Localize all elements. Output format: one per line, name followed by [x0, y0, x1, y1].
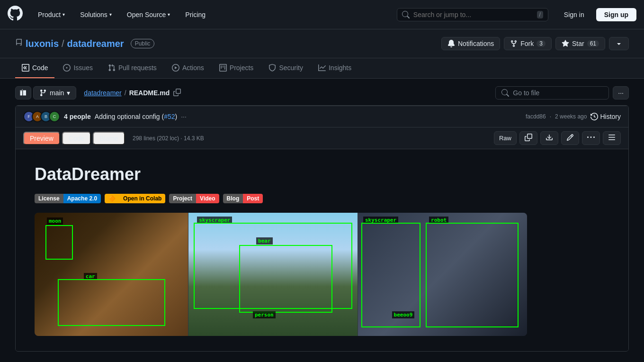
nav-product[interactable]: Product ▾	[34, 9, 69, 20]
nav-open-source[interactable]: Open Source ▾	[123, 9, 174, 20]
fork-icon	[510, 40, 518, 47]
moon-box	[45, 225, 73, 260]
readme-content: DataDreamer License Apache 2.0 🔶 Open in…	[16, 149, 628, 351]
repo-name-link[interactable]: datadreamer	[67, 38, 124, 49]
symbols-button[interactable]	[603, 131, 621, 145]
file-toolbar-right: Go to file ···	[495, 86, 629, 100]
commit-separator: ·	[550, 113, 551, 120]
moon-label: moon	[47, 217, 63, 225]
bear-box	[239, 245, 332, 313]
contributors-left: F A B C 4 people Adding optional config …	[23, 111, 187, 122]
visibility-badge: Public	[131, 39, 155, 48]
auth-buttons: Sign in Sign up	[556, 8, 636, 21]
issue-icon	[63, 64, 71, 72]
search-bar[interactable]: /	[397, 8, 548, 21]
contributors-bar: F A B C 4 people Adding optional config …	[16, 106, 628, 127]
star-icon	[562, 40, 569, 47]
pr-link[interactable]: #52	[164, 113, 175, 120]
history-button[interactable]: History	[590, 113, 621, 120]
file-breadcrumb: datadreamer / README.md	[84, 89, 170, 97]
file-actions: Raw	[494, 131, 621, 145]
tab-pull-requests[interactable]: Pull requests	[101, 58, 163, 78]
security-icon	[268, 64, 276, 72]
more-options-button[interactable]: ···	[613, 86, 629, 100]
raw-button[interactable]: Raw	[494, 131, 517, 145]
nav-solutions[interactable]: Solutions ▾	[76, 9, 116, 20]
breadcrumb-repo-link[interactable]: datadreamer	[84, 89, 121, 97]
det-panel-1: moon car	[35, 213, 188, 336]
file-view-tabs: Preview Code Blame	[23, 132, 125, 145]
chevron-down-icon: ▾	[168, 12, 170, 17]
project-badge[interactable]: Project Video	[169, 194, 219, 203]
more-file-options-button[interactable]	[582, 131, 600, 145]
actions-icon	[172, 64, 179, 72]
edit-button[interactable]	[561, 131, 579, 145]
file-view-header: Preview Code Blame 298 lines (202 loc) ·…	[16, 127, 628, 149]
preview-tab[interactable]: Preview	[23, 132, 60, 145]
tab-projects[interactable]: Projects	[213, 58, 260, 78]
download-icon	[546, 134, 553, 141]
tab-code[interactable]: Code	[15, 58, 54, 78]
file-toolbar: main ▾ datadreamer / README.md	[15, 86, 629, 100]
copy-raw-button[interactable]	[519, 131, 537, 145]
history-icon	[590, 113, 598, 120]
tab-insights[interactable]: Insights	[312, 58, 358, 78]
contributor-avatars: F A B C	[23, 111, 60, 122]
signup-button[interactable]: Sign up	[596, 8, 636, 21]
edit-icon	[566, 134, 574, 141]
code-icon	[22, 64, 29, 72]
commit-time: 2 weeks ago	[555, 113, 587, 120]
file-view: F A B C 4 people Adding optional config …	[15, 105, 629, 352]
license-badge[interactable]: License Apache 2.0	[35, 194, 101, 203]
readme-title: DataDreamer	[35, 164, 609, 184]
goto-file-button[interactable]: Go to file	[495, 86, 609, 100]
fork-button[interactable]: Fork 3	[504, 37, 552, 50]
pr-icon	[108, 64, 116, 72]
code-tab[interactable]: Code	[62, 132, 91, 145]
avatar: C	[49, 111, 60, 122]
search-icon	[402, 11, 410, 18]
signin-button[interactable]: Sign in	[556, 8, 592, 21]
repo-owner-link[interactable]: luxonis	[26, 38, 59, 49]
add-to-list-button[interactable]	[609, 37, 629, 50]
github-logo[interactable]	[8, 6, 23, 24]
bell-icon	[447, 40, 455, 47]
path-separator: /	[125, 89, 126, 97]
sidebar-toggle-button[interactable]	[15, 86, 31, 100]
tab-security[interactable]: Security	[262, 58, 310, 78]
det-panel-2: skyscraper bear person	[188, 213, 358, 336]
tab-issues[interactable]: Issues	[56, 58, 99, 78]
colab-badge[interactable]: 🔶 Open in Colab	[105, 194, 165, 203]
blame-tab[interactable]: Blame	[93, 132, 125, 145]
branch-icon	[39, 89, 47, 97]
repo-header: luxonis / datadreamer Public Notificatio…	[0, 29, 644, 58]
car-box	[58, 279, 165, 326]
blog-badge[interactable]: Blog Post	[223, 194, 263, 203]
repo-tabs: Code Issues Pull requests Actions Projec…	[0, 58, 644, 79]
copy-path-button[interactable]	[171, 87, 183, 100]
commit-expand-button[interactable]: ···	[181, 113, 187, 120]
kebab-icon	[587, 134, 595, 141]
branch-selector[interactable]: main ▾	[33, 86, 76, 100]
breadcrumb-file: README.md	[129, 89, 170, 97]
nav-pricing[interactable]: Pricing	[181, 9, 209, 20]
beeoo9-label: beeoo9	[392, 311, 415, 318]
list-icon	[608, 134, 616, 141]
repo-actions: Notifications Fork 3 Star 61	[441, 37, 629, 50]
contributors-count: 4 people	[64, 113, 91, 120]
search-input[interactable]	[413, 11, 533, 18]
breadcrumb-separator: /	[62, 38, 64, 49]
contributors-right: facdd86 · 2 weeks ago History	[526, 113, 621, 120]
star-button[interactable]: Star 61	[555, 37, 605, 50]
repo-breadcrumb: luxonis / datadreamer Public	[15, 38, 154, 49]
tab-actions[interactable]: Actions	[165, 58, 211, 78]
file-toolbar-left: main ▾ datadreamer / README.md	[15, 86, 183, 100]
download-button[interactable]	[540, 131, 558, 145]
copy-icon	[173, 89, 181, 96]
search-icon	[501, 89, 509, 97]
chevron-down-icon: ▾	[63, 12, 65, 17]
detection-display: moon car skyscraper bear person	[35, 213, 527, 336]
file-meta: 298 lines (202 loc) · 14.3 KB	[133, 135, 204, 142]
notifications-button[interactable]: Notifications	[441, 37, 500, 50]
chevron-down-icon: ▾	[109, 12, 112, 17]
